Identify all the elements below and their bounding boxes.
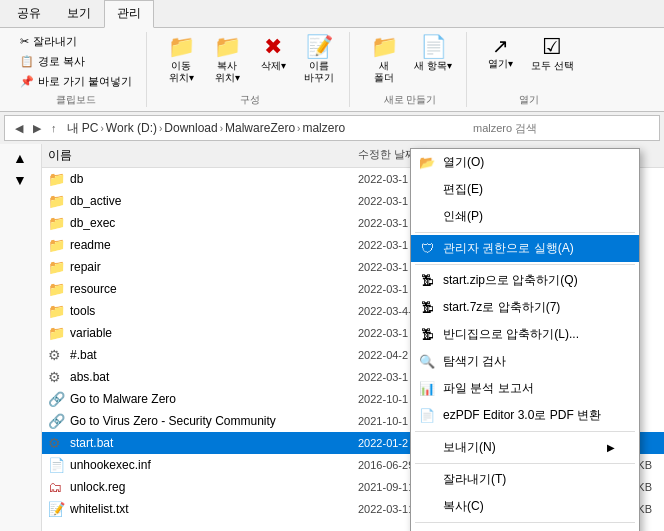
path-malzero[interactable]: malzero [302, 121, 345, 135]
open-group: ↗ 열기▾ ☑ 모두 선택 열기 [471, 32, 588, 107]
context-menu-item[interactable]: 잘라내기(T) [411, 466, 639, 493]
submenu-arrow-icon: ▶ [607, 442, 615, 453]
cut-button[interactable]: ✂ 잘라내기 [14, 32, 138, 51]
tab-manage[interactable]: 관리 [104, 0, 154, 28]
context-menu-item[interactable]: 편집(E) [411, 176, 639, 203]
context-menu-item[interactable]: 📊파일 분석 보고서 [411, 375, 639, 402]
file-icon: 📁 [48, 171, 66, 187]
path-work[interactable]: Work (D:) [106, 121, 157, 135]
ctx-item-label: 인쇄(P) [443, 208, 483, 225]
ctx-item-label: 관리자 권한으로 실행(A) [443, 240, 574, 257]
ctx-item-label: start.zip으로 압축하기(Q) [443, 272, 578, 289]
file-name: repair [70, 260, 358, 274]
move-to-button[interactable]: 📁 이동위치▾ [159, 32, 203, 88]
path-download[interactable]: Download [164, 121, 217, 135]
file-name: unlock.reg [70, 480, 358, 494]
context-menu-item[interactable]: 📂열기(O) [411, 149, 639, 176]
ctx-item-label: 반디집으로 압축하기(L)... [443, 326, 579, 343]
new-label: 새로 만들기 [384, 91, 437, 107]
file-icon: ⚙ [48, 347, 66, 363]
file-name: start.bat [70, 436, 358, 450]
nav-collapse-icon[interactable]: ▼ [2, 170, 38, 190]
copy-path-icon: 📋 [20, 55, 34, 68]
open-label: 열기 [519, 91, 539, 107]
context-menu-item[interactable]: 🛡관리자 권한으로 실행(A) [411, 235, 639, 262]
paste-shortcut-button[interactable]: 📌 바로 가기 붙여넣기 [14, 72, 138, 91]
tab-view[interactable]: 보기 [54, 0, 104, 27]
copy-to-button[interactable]: 📁 복사위치▾ [205, 32, 249, 88]
paste-icon: 📌 [20, 75, 34, 88]
file-name: tools [70, 304, 358, 318]
ctx-item-label: 잘라내기(T) [443, 471, 506, 488]
file-name: abs.bat [70, 370, 358, 384]
copy-path-button[interactable]: 📋 경로 복사 [14, 52, 138, 71]
ctx-item-label: 탐색기 검사 [443, 353, 506, 370]
context-menu-item[interactable]: 📄ezPDF Editor 3.0로 PDF 변환 [411, 402, 639, 429]
file-icon: 📁 [48, 215, 66, 231]
organize-group: 📁 이동위치▾ 📁 복사위치▾ ✖ 삭제▾ 📝 이름바꾸기 구성 [151, 32, 350, 107]
context-menu-item[interactable]: 보내기(N)▶ [411, 434, 639, 461]
context-menu-separator [415, 264, 635, 265]
new-item-button[interactable]: 📄 새 항목▾ [408, 32, 458, 76]
path-pc[interactable]: 내 PC [67, 120, 99, 137]
ribbon-tabs: 공유 보기 관리 [0, 0, 664, 28]
ctx-item-label: 파일 분석 보고서 [443, 380, 534, 397]
context-menu-separator [415, 232, 635, 233]
copy-icon: 📁 [214, 36, 241, 58]
file-name: Go to Malware Zero [70, 392, 358, 406]
file-icon: 📁 [48, 237, 66, 253]
rename-button[interactable]: 📝 이름바꾸기 [297, 32, 341, 88]
context-menu: 📂열기(O)편집(E)인쇄(P)🛡관리자 권한으로 실행(A)🗜start.zi… [410, 148, 640, 531]
file-icon: ⚙ [48, 435, 66, 451]
col-name-header[interactable]: 이름 [48, 147, 358, 164]
ctx-item-label: start.7z로 압축하기(7) [443, 299, 560, 316]
file-icon: 📁 [48, 193, 66, 209]
select-all-button[interactable]: ☑ 모두 선택 [525, 32, 580, 76]
context-menu-item[interactable]: 🗜start.7z로 압축하기(7) [411, 294, 639, 321]
select-all-icon: ☑ [542, 36, 562, 58]
file-icon: 📄 [48, 457, 66, 473]
ribbon-content: ✂ 잘라내기 📋 경로 복사 📌 바로 가기 붙여넣기 클립보드 [0, 28, 664, 111]
new-folder-button[interactable]: 📁 새폴더 [362, 32, 406, 88]
new-group: 📁 새폴더 📄 새 항목▾ 새로 만들기 [354, 32, 467, 107]
left-nav: ▲ ▼ [0, 144, 42, 531]
ribbon: 공유 보기 관리 ✂ 잘라내기 📋 경로 복사 📌 바 [0, 0, 664, 112]
cut-icon: ✂ [20, 35, 29, 48]
ctx-item-label: ezPDF Editor 3.0로 PDF 변환 [443, 407, 601, 424]
ctx-item-icon: 📂 [419, 155, 435, 171]
file-icon: 📁 [48, 281, 66, 297]
context-menu-item[interactable]: 🗜반디집으로 압축하기(L)... [411, 321, 639, 348]
clipboard-label: 클립보드 [56, 91, 96, 107]
forward-button[interactable]: ▶ [29, 120, 45, 137]
ctx-item-icon: 📄 [419, 408, 435, 424]
file-name: Go to Virus Zero - Security Community [70, 414, 358, 428]
context-menu-item[interactable]: 🗜start.zip으로 압축하기(Q) [411, 267, 639, 294]
nav-buttons: ◀ ▶ ↑ [11, 120, 61, 137]
context-menu-item[interactable]: 🔍탐색기 검사 [411, 348, 639, 375]
back-button[interactable]: ◀ [11, 120, 27, 137]
file-name: variable [70, 326, 358, 340]
search-input[interactable] [473, 118, 653, 138]
file-icon: 📁 [48, 303, 66, 319]
ctx-item-icon: 🛡 [419, 241, 435, 257]
delete-button[interactable]: ✖ 삭제▾ [251, 32, 295, 76]
context-menu-item[interactable]: 인쇄(P) [411, 203, 639, 230]
open-button[interactable]: ↗ 열기▾ [479, 32, 523, 74]
context-menu-item[interactable]: 바로 가기 만들기(S) [411, 525, 639, 531]
tab-share[interactable]: 공유 [4, 0, 54, 27]
file-name: db_exec [70, 216, 358, 230]
organize-label: 구성 [240, 91, 260, 107]
file-name: resource [70, 282, 358, 296]
file-icon: ⚙ [48, 369, 66, 385]
context-menu-separator [415, 522, 635, 523]
delete-icon: ✖ [264, 36, 282, 58]
ctx-item-icon: 📊 [419, 381, 435, 397]
nav-up-icon[interactable]: ▲ [2, 148, 38, 168]
context-menu-separator [415, 431, 635, 432]
path-malwarezero[interactable]: MalwareZero [225, 121, 295, 135]
up-button[interactable]: ↑ [47, 120, 61, 136]
context-menu-item[interactable]: 복사(C) [411, 493, 639, 520]
move-icon: 📁 [168, 36, 195, 58]
ctx-item-label: 편집(E) [443, 181, 483, 198]
file-icon: 🔗 [48, 413, 66, 429]
